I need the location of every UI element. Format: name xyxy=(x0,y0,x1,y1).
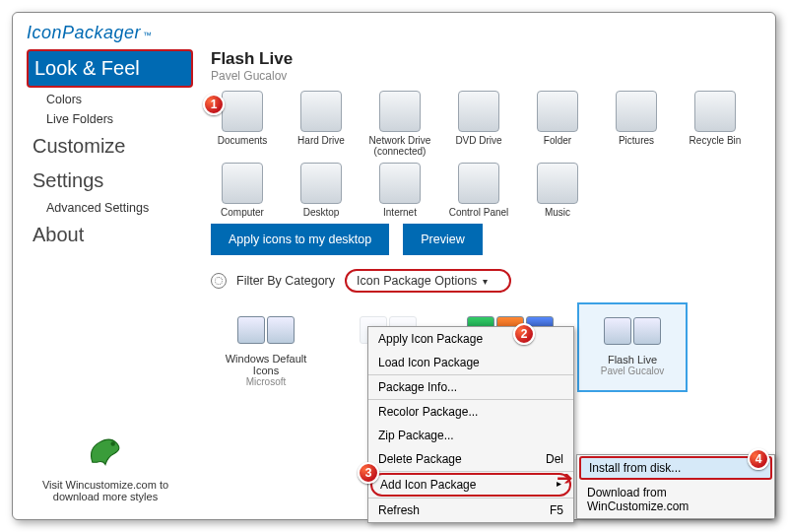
menu-add-icon-package[interactable]: Add Icon Package xyxy=(370,473,571,497)
icon-pictures[interactable]: Pictures xyxy=(605,91,668,157)
icon-network-drive[interactable]: Network Drive (connected) xyxy=(368,91,431,157)
filter-label: Filter By Category xyxy=(236,274,335,288)
sidebar: Look & Feel Colors Live Folders Customiz… xyxy=(27,49,199,506)
svg-point-0 xyxy=(111,441,115,445)
nav-customize[interactable]: Customize xyxy=(27,129,193,164)
lizard-icon xyxy=(84,428,127,471)
step-badge-2: 2 xyxy=(513,323,535,345)
theme-flash-live[interactable]: Flash Live Pavel Gucalov xyxy=(577,302,688,392)
trademark: ™ xyxy=(143,31,153,40)
nav-about[interactable]: About xyxy=(27,218,193,252)
promo-block: Visit Wincustomize.com to download more … xyxy=(27,428,184,502)
step-badge-3: 3 xyxy=(358,462,379,484)
nav-settings[interactable]: Settings xyxy=(27,164,193,198)
icon-control-panel[interactable]: Control Panel xyxy=(447,163,510,218)
submenu-download-wincustomize[interactable]: Download from WinCustomize.com xyxy=(577,481,774,518)
pack-author: Pavel Gucalov xyxy=(211,69,761,83)
menu-refresh[interactable]: RefreshF5 xyxy=(368,499,573,522)
icon-recycle-bin[interactable]: Recycle Bin xyxy=(684,91,747,157)
app-name: IconPackager xyxy=(27,23,141,43)
promo-text[interactable]: Visit Wincustomize.com to download more … xyxy=(27,479,184,502)
menu-package-info[interactable]: Package Info... xyxy=(368,375,573,399)
icon-desktop[interactable]: Desktop xyxy=(290,163,353,218)
theme-windows-default[interactable]: Windows Default Icons Microsoft xyxy=(211,302,321,392)
submenu: Install from disk... Download from WinCu… xyxy=(576,454,775,519)
icon-dvd-drive[interactable]: DVD Drive xyxy=(447,91,510,157)
pack-title: Flash Live xyxy=(211,49,761,69)
menu-recolor-package[interactable]: Recolor Package... xyxy=(368,400,573,424)
submenu-install-from-disk[interactable]: Install from disk... xyxy=(579,456,772,480)
app-window: IconPackager ™ Look & Feel Colors Live F… xyxy=(12,12,776,520)
menu-load-icon-package[interactable]: Load Icon Package xyxy=(368,351,573,374)
icon-music[interactable]: Music xyxy=(526,163,589,218)
nav-colors[interactable]: Colors xyxy=(27,90,193,109)
icons-row-1: Documents Hard Drive Network Drive (conn… xyxy=(211,91,761,157)
app-logo: IconPackager ™ xyxy=(27,23,761,43)
menu-apply-icon-package[interactable]: Apply Icon Package xyxy=(368,327,573,351)
menu-delete-package[interactable]: Delete PackageDel xyxy=(368,447,573,471)
step-badge-1: 1 xyxy=(203,94,225,115)
icon-internet[interactable]: Internet xyxy=(368,163,431,218)
icons-row-2: Computer Desktop Internet Control Panel … xyxy=(211,163,761,218)
nav-advanced-settings[interactable]: Advanced Settings xyxy=(27,198,193,218)
grid-icon xyxy=(211,273,227,289)
nav-live-folders[interactable]: Live Folders xyxy=(27,109,193,129)
icon-computer[interactable]: Computer xyxy=(211,163,274,218)
preview-button[interactable]: Preview xyxy=(403,224,482,255)
context-menu: Apply Icon Package Load Icon Package Pac… xyxy=(367,326,574,523)
icon-folder[interactable]: Folder xyxy=(526,91,589,157)
icon-package-options-dropdown[interactable]: Icon Package Options xyxy=(345,269,511,293)
step-badge-4: 4 xyxy=(748,448,769,470)
nav-look-and-feel[interactable]: Look & Feel xyxy=(27,49,193,88)
menu-zip-package[interactable]: Zip Package... xyxy=(368,424,573,447)
icon-hard-drive[interactable]: Hard Drive xyxy=(290,91,353,157)
apply-button[interactable]: Apply icons to my desktop xyxy=(211,224,389,255)
